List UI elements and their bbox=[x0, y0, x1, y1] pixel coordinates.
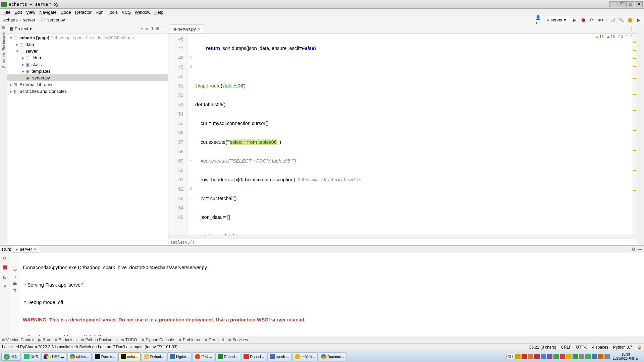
tray-icon[interactable] bbox=[566, 354, 572, 359]
hide-run-icon[interactable]: — bbox=[638, 247, 642, 252]
tool-problems[interactable]: Problems bbox=[179, 338, 200, 342]
editor-horizontal-scrollbar[interactable] bbox=[168, 235, 637, 239]
hide-icon[interactable]: — bbox=[162, 26, 166, 32]
crumb-folder[interactable]: server bbox=[22, 17, 37, 22]
expand-icon[interactable]: ≡ bbox=[145, 26, 148, 32]
taskbar-item[interactable]: tables... bbox=[67, 352, 92, 361]
tool-python-packages[interactable]: Python Packages bbox=[81, 338, 116, 342]
close-icon[interactable]: ✕ bbox=[34, 247, 36, 251]
tree-server[interactable]: ▾▢server bbox=[7, 48, 168, 54]
vcs-button[interactable]: ⎇ bbox=[609, 17, 616, 23]
coverage-button[interactable]: ⟳ bbox=[589, 17, 595, 23]
inspection-typos[interactable]: 2 bbox=[618, 34, 623, 39]
project-tree[interactable]: ▾▢ echarts [page] D:\hadoop_spark_hive_d… bbox=[7, 34, 168, 245]
run-button[interactable]: ▶ bbox=[571, 17, 578, 23]
search-button[interactable]: 🔍 bbox=[618, 17, 625, 23]
taskbar-item[interactable]: Docume... bbox=[319, 352, 346, 361]
menu-code[interactable]: Code bbox=[59, 9, 73, 16]
tabbar-more-icon[interactable]: ⋮ bbox=[627, 26, 637, 31]
close-button[interactable]: ✕ bbox=[635, 1, 643, 7]
clear-button[interactable]: 🗑 bbox=[13, 288, 17, 293]
locate-icon[interactable]: ⌖ bbox=[141, 26, 143, 32]
file-encoding[interactable]: UTF-8 bbox=[576, 345, 588, 350]
taskbar-item[interactable]: spark ... bbox=[267, 352, 291, 361]
menu-navigate[interactable]: Navigate bbox=[37, 9, 58, 16]
menu-tools[interactable]: Tools bbox=[106, 9, 120, 16]
stop-button[interactable] bbox=[1, 264, 9, 271]
error-stripe[interactable] bbox=[632, 34, 637, 235]
updates-button[interactable]: ⬤ bbox=[627, 17, 633, 23]
crumb-file[interactable]: 📄 server.py bbox=[39, 17, 66, 22]
tray-icon[interactable] bbox=[573, 354, 578, 359]
inspection-weak[interactable]: 15 bbox=[606, 35, 615, 39]
tree-data[interactable]: ▸▢data bbox=[7, 41, 168, 48]
soft-wrap-button[interactable]: ↩ bbox=[13, 268, 17, 273]
tab-serverpy[interactable]: ◆ server.py ✕ bbox=[170, 24, 204, 33]
tool-run[interactable]: ▶Run bbox=[38, 338, 50, 342]
tray-icon[interactable] bbox=[604, 354, 610, 359]
forward-button[interactable]: ▶ bbox=[635, 17, 642, 23]
taskbar-item[interactable]: D:\had... bbox=[142, 352, 167, 361]
start-button[interactable]: 开始 bbox=[1, 353, 21, 361]
taskbar-item[interactable]: 毕设... bbox=[193, 352, 214, 361]
pin-button[interactable]: ⎘ bbox=[1, 283, 9, 290]
tray-icon[interactable] bbox=[528, 354, 533, 359]
taskbar-item[interactable]: D:\had... bbox=[241, 352, 266, 361]
scroll-end-button[interactable]: ⤓ bbox=[13, 275, 17, 279]
line-separator[interactable]: CRLF bbox=[561, 345, 571, 350]
taskbar-item[interactable]: Doctor... bbox=[93, 352, 117, 361]
language-indicator[interactable]: CH bbox=[506, 354, 514, 359]
inspection-warnings[interactable]: 13 bbox=[595, 35, 604, 39]
profile-button[interactable]: ⊕▾ bbox=[597, 17, 604, 23]
tool-version-control[interactable]: Version Control bbox=[2, 338, 34, 342]
tray-icon[interactable] bbox=[598, 354, 603, 359]
run-tab-server[interactable]: ▸ server ✕ bbox=[13, 246, 39, 253]
tray-icon[interactable] bbox=[541, 354, 546, 359]
tool-services[interactable]: Services bbox=[228, 338, 248, 342]
tree-external-libraries[interactable]: ▸⊞External Libraries bbox=[7, 81, 168, 88]
indent-setting[interactable]: 4 spaces bbox=[592, 345, 608, 350]
crumb-project[interactable]: echarts bbox=[2, 17, 19, 22]
tray-icon[interactable] bbox=[585, 354, 591, 359]
debug-button[interactable]: 🐞 bbox=[580, 17, 587, 23]
add-user-icon[interactable]: 👤▾ bbox=[535, 17, 542, 23]
taskbar-item-active[interactable]: echa... bbox=[118, 352, 141, 361]
menu-file[interactable]: File bbox=[1, 9, 12, 16]
tree-idea[interactable]: ▸▢.idea bbox=[7, 54, 168, 61]
menu-help[interactable]: Help bbox=[152, 9, 165, 16]
statusbar-message[interactable]: Localized PyCharm 2022.3.3 is available … bbox=[2, 344, 529, 350]
close-tab-icon[interactable]: ✕ bbox=[197, 27, 200, 31]
inspections-widget[interactable]: 13 15 2 ˄ ˅ bbox=[595, 34, 633, 39]
restore-button[interactable]: ❐ bbox=[618, 1, 626, 7]
tool-python-console[interactable]: Python Console bbox=[142, 338, 174, 342]
run-config-selector[interactable]: ▸ server ▾ bbox=[544, 17, 569, 23]
taskbar-item[interactable]: D:\had... bbox=[215, 352, 240, 361]
up-trace-button[interactable]: ↑ bbox=[14, 254, 16, 259]
tray-clock[interactable]: 15:33 2023/8/25 星期五 bbox=[611, 353, 641, 361]
gear-icon[interactable]: ⚙ bbox=[156, 26, 160, 32]
collapse-icon[interactable]: ⇵ bbox=[150, 26, 154, 32]
chevron-up-icon[interactable]: ˄ bbox=[626, 34, 628, 39]
tray-icon[interactable] bbox=[522, 354, 527, 359]
tool-terminal[interactable]: Terminal bbox=[205, 338, 224, 342]
rerun-button[interactable]: ⟳ bbox=[1, 254, 9, 262]
menu-view[interactable]: View bbox=[24, 9, 37, 16]
lock-icon[interactable]: 🔒 bbox=[637, 345, 642, 350]
tree-templates[interactable]: ▸▣templates bbox=[7, 68, 168, 74]
tool-endpoints[interactable]: Endpoints bbox=[55, 338, 76, 342]
tray-icon[interactable] bbox=[553, 354, 559, 359]
tray-icon[interactable] bbox=[579, 354, 584, 359]
taskbar-item[interactable]: 计算机... bbox=[41, 352, 66, 361]
menu-vcs[interactable]: VCS bbox=[120, 9, 133, 16]
project-view-selector[interactable]: ▦ Project ▾ bbox=[9, 26, 32, 31]
tray-icon[interactable] bbox=[534, 354, 540, 359]
tree-scratches[interactable]: ▸◧Scratches and Consoles bbox=[7, 88, 168, 95]
menu-refactor[interactable]: Refactor bbox=[73, 9, 94, 16]
bookmarks-tool-button[interactable]: Bookmarks bbox=[2, 32, 6, 50]
tray-icon[interactable] bbox=[592, 354, 597, 359]
tool-todo[interactable]: TODO bbox=[121, 338, 137, 342]
taskbar-item[interactable]: 一笑倾... bbox=[292, 352, 318, 361]
tray-icon[interactable] bbox=[547, 354, 552, 359]
tree-static[interactable]: ▸▣static bbox=[7, 61, 168, 68]
caret-position[interactable]: 35:22 (8 chars) bbox=[529, 345, 556, 350]
